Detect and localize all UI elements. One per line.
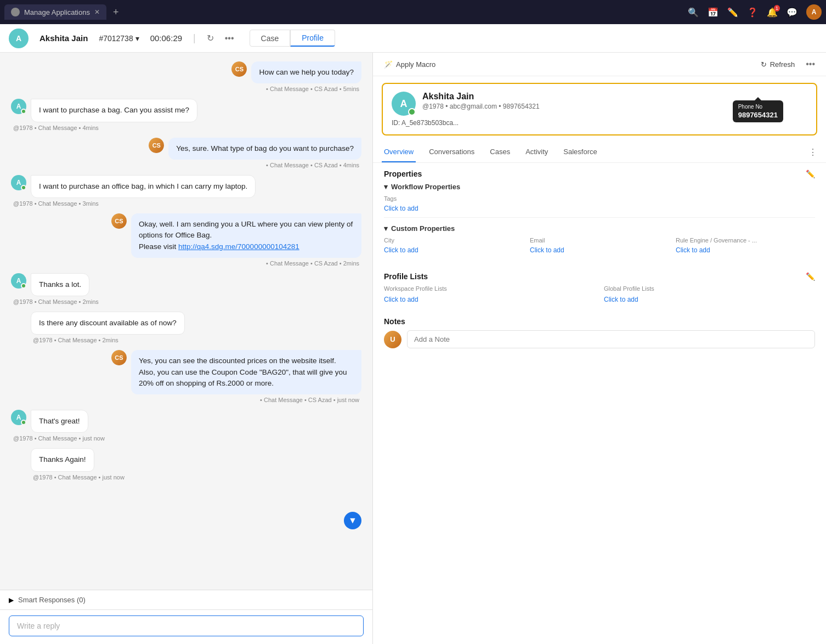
message-meta: • Chat Message • CS Azad • just now bbox=[258, 397, 361, 403]
phone-tooltip: Phone No 9897654321 bbox=[733, 100, 783, 122]
search-icon[interactable]: 🔍 bbox=[688, 7, 699, 18]
chevron-down-icon: ▾ bbox=[384, 224, 388, 233]
notes-section: Notes U bbox=[373, 310, 826, 355]
email-value[interactable]: Click to add bbox=[530, 246, 564, 254]
message-link[interactable]: http://qa4.sdg.me/700000000104281 bbox=[178, 242, 299, 251]
sub-tab-activity[interactable]: Activity bbox=[523, 142, 550, 162]
tab-case[interactable]: Case bbox=[250, 30, 291, 47]
agent-avatar: CS bbox=[111, 350, 127, 365]
edit-icon[interactable]: ✏️ bbox=[727, 7, 738, 18]
profile-card: A Akshita Jain @1978 • abc@gmail.com • 9… bbox=[382, 83, 817, 135]
notes-input-row: U bbox=[384, 330, 815, 348]
online-indicator bbox=[21, 109, 26, 114]
online-indicator bbox=[21, 420, 26, 425]
message-meta: @1978 • Chat Message • 4mins bbox=[11, 125, 101, 131]
sub-tab-salesforce[interactable]: Salesforce bbox=[561, 142, 599, 162]
message-bubble: Yes, sure. What type of bag do you want … bbox=[168, 138, 361, 160]
user-avatar[interactable]: A bbox=[806, 4, 822, 20]
contact-name: Akshita Jain bbox=[39, 33, 88, 43]
title-bar-right: 🔍 📅 ✏️ ❓ 🔔1 💬 A bbox=[688, 4, 822, 20]
scroll-down-button[interactable]: ▼ bbox=[344, 512, 361, 529]
tab-close-icon[interactable]: ✕ bbox=[94, 8, 100, 16]
reply-box bbox=[0, 609, 372, 644]
global-list-add[interactable]: Click to add bbox=[604, 296, 638, 303]
calendar-icon[interactable]: 📅 bbox=[708, 7, 718, 18]
message-8: Yes, you can see the discounted prices o… bbox=[11, 350, 361, 403]
svg-point-0 bbox=[12, 8, 19, 16]
title-bar: Manage Applications ✕ + 🔍 📅 ✏️ ❓ 🔔1 💬 A bbox=[0, 0, 826, 24]
message-3: Yes, sure. What type of bag do you want … bbox=[11, 138, 361, 168]
chat-panel: How can we help you today? CS • Chat Mes… bbox=[0, 53, 373, 644]
divider bbox=[384, 217, 815, 218]
custom-properties-header[interactable]: ▾ Custom Properties bbox=[384, 224, 815, 233]
message-meta: • Chat Message • CS Azad • 2mins bbox=[264, 260, 361, 267]
smart-responses-bar[interactable]: ▶ Smart Responses (0) bbox=[0, 590, 372, 609]
sub-tab-conversations[interactable]: Conversations bbox=[427, 142, 477, 162]
profile-more-options[interactable]: ••• bbox=[806, 59, 815, 69]
profile-name: Akshita Jain bbox=[422, 92, 540, 101]
message-9: A That's great! @1978 • Chat Message • j… bbox=[11, 410, 361, 442]
sub-tabs-more-icon[interactable]: ⋮ bbox=[808, 147, 817, 157]
notes-title: Notes bbox=[384, 317, 815, 326]
message-bubble: How can we help you today? bbox=[251, 61, 361, 83]
message-meta: @1978 • Chat Message • 2mins bbox=[11, 298, 101, 305]
ticket-id[interactable]: #7012738 ▾ bbox=[99, 34, 139, 43]
contact-avatar: A bbox=[9, 29, 29, 48]
message-bubble: That's great! bbox=[31, 410, 88, 433]
refresh-button[interactable]: ↻ Refresh bbox=[761, 60, 795, 69]
message-bubble: Yes, you can see the discounted prices o… bbox=[131, 350, 361, 394]
workflow-properties-header[interactable]: ▾ Workflow Properties bbox=[384, 183, 815, 191]
tags-row: Tags Click to add bbox=[384, 195, 815, 213]
notes-avatar: U bbox=[384, 331, 401, 348]
sub-tab-overview[interactable]: Overview bbox=[382, 142, 416, 162]
chat-icon[interactable]: 💬 bbox=[787, 7, 797, 18]
wand-icon: 🪄 bbox=[384, 60, 393, 69]
profile-lists-edit-icon[interactable]: ✏️ bbox=[806, 272, 815, 281]
online-indicator bbox=[21, 185, 26, 190]
tab-favicon bbox=[11, 8, 20, 16]
chevron-down-icon: ▾ bbox=[135, 34, 139, 43]
message-1: How can we help you today? CS • Chat Mes… bbox=[11, 61, 361, 92]
conversation-header: A Akshita Jain #7012738 ▾ 00:06:29 | ↻ •… bbox=[0, 24, 826, 53]
header-divider: | bbox=[193, 32, 196, 44]
message-meta: @1978 • Chat Message • 3mins bbox=[11, 200, 101, 207]
notification-icon[interactable]: 🔔1 bbox=[767, 7, 778, 18]
message-5: Okay, well. I am sending you a URL where… bbox=[11, 213, 361, 267]
profile-panel: 🪄 Apply Macro ↻ Refresh ••• A Akshita Ja… bbox=[373, 53, 826, 644]
profile-lists-row: Workspace Profile Lists Click to add Glo… bbox=[384, 285, 815, 304]
message-meta: @1978 • Chat Message • 2mins bbox=[31, 337, 121, 343]
message-meta: @1978 • Chat Message • just now bbox=[11, 435, 107, 442]
message-bubble: I want to purchase an office bag, in whi… bbox=[31, 175, 256, 198]
properties-edit-icon[interactable]: ✏️ bbox=[806, 170, 815, 178]
workspace-list-add[interactable]: Click to add bbox=[384, 296, 418, 303]
message-bubble: Thanks a lot. bbox=[31, 273, 89, 296]
notes-input[interactable] bbox=[407, 330, 815, 348]
profile-lists-section: Profile Lists ✏️ Workspace Profile Lists… bbox=[373, 265, 826, 310]
message-bubble: I want to purchase a bag. Can you assist… bbox=[31, 99, 197, 122]
city-field: City Click to add bbox=[384, 237, 523, 255]
message-bubble: Is there any discount available as of no… bbox=[31, 312, 185, 335]
apply-macro-button[interactable]: 🪄 Apply Macro bbox=[384, 60, 435, 69]
message-meta: • Chat Message • CS Azad • 4mins bbox=[264, 162, 361, 168]
smart-responses-label: Smart Responses (0) bbox=[18, 596, 86, 604]
help-icon[interactable]: ❓ bbox=[747, 7, 758, 18]
tab-title: Manage Applications bbox=[24, 8, 90, 16]
profile-info: Akshita Jain @1978 • abc@gmail.com • 989… bbox=[422, 92, 540, 110]
active-tab[interactable]: Manage Applications ✕ bbox=[4, 4, 106, 20]
message-4: A I want to purchase an office bag, in w… bbox=[11, 175, 361, 207]
message-10: Thanks Again! @1978 • Chat Message • jus… bbox=[11, 448, 361, 480]
message-7: Is there any discount available as of no… bbox=[11, 312, 361, 343]
new-tab-button[interactable]: + bbox=[109, 4, 123, 20]
refresh-icon[interactable]: ↻ bbox=[207, 33, 214, 43]
tab-profile[interactable]: Profile bbox=[290, 30, 335, 47]
profile-sub-tabs: Overview Conversations Cases Activity Sa… bbox=[373, 142, 826, 163]
tags-value[interactable]: Click to add bbox=[384, 205, 418, 212]
reply-input[interactable] bbox=[9, 615, 364, 636]
city-value[interactable]: Click to add bbox=[384, 246, 418, 254]
sub-tab-cases[interactable]: Cases bbox=[488, 142, 512, 162]
message-2: A I want to purchase a bag. Can you assi… bbox=[11, 99, 361, 131]
message-6: A Thanks a lot. @1978 • Chat Message • 2… bbox=[11, 273, 361, 305]
more-options-icon[interactable]: ••• bbox=[225, 33, 234, 43]
rule-value[interactable]: Click to add bbox=[676, 246, 710, 254]
conversation-timer: 00:06:29 bbox=[150, 33, 182, 43]
